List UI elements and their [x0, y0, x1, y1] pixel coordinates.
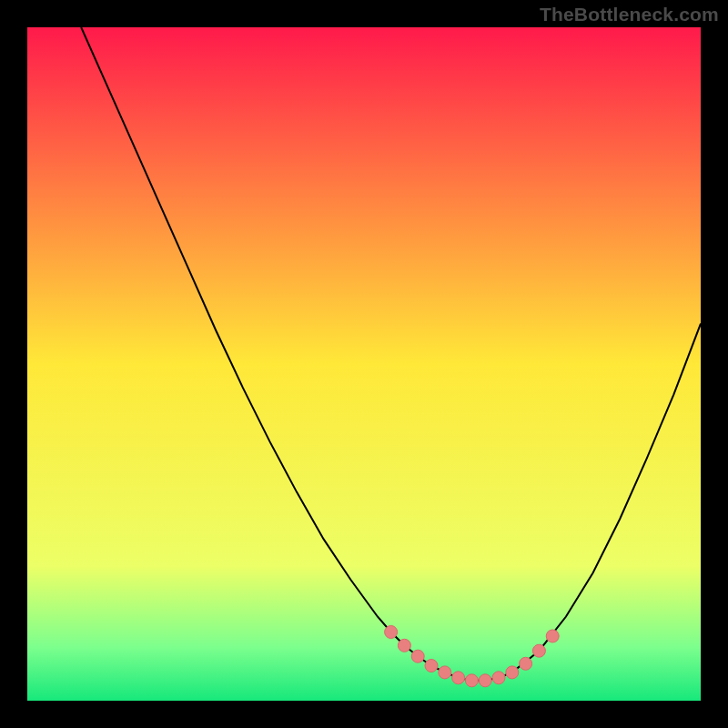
plot-area	[27, 27, 701, 701]
curve-marker	[506, 666, 519, 679]
bottleneck-curve-chart	[27, 27, 701, 701]
curve-marker	[385, 626, 398, 639]
curve-marker	[492, 672, 505, 684]
curve-marker	[452, 672, 465, 684]
curve-marker	[479, 674, 491, 687]
curve-marker	[411, 650, 424, 662]
chart-frame: TheBottleneck.com	[0, 0, 728, 728]
curve-marker	[520, 657, 532, 670]
curve-marker	[465, 674, 478, 687]
heat-gradient-background	[27, 27, 701, 701]
curve-marker	[398, 639, 410, 652]
curve-marker	[439, 666, 451, 679]
curve-marker	[532, 644, 545, 657]
watermark-text: TheBottleneck.com	[540, 4, 719, 25]
curve-marker	[425, 660, 438, 672]
curve-marker	[546, 630, 559, 642]
